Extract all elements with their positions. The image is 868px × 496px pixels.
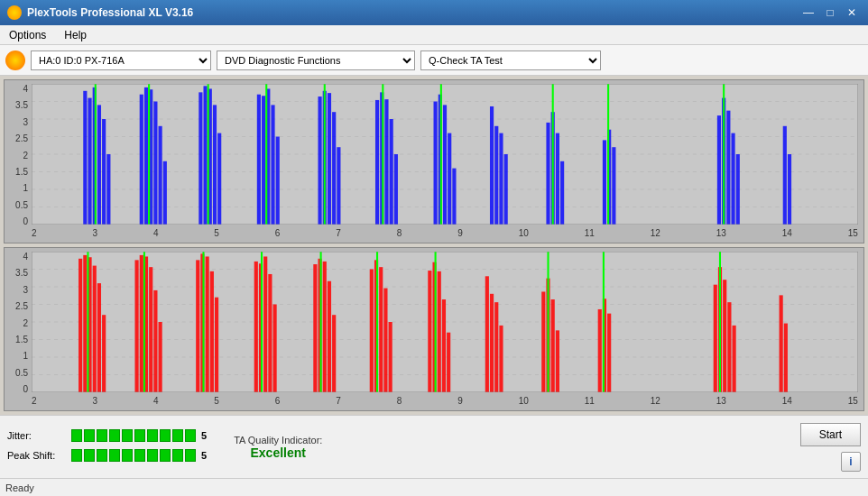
svg-rect-32	[271, 105, 274, 225]
svg-rect-88	[97, 283, 101, 392]
toolbar: HA:0 ID:0 PX-716A DVD Diagnostic Functio…	[0, 45, 868, 76]
start-button[interactable]: Start	[800, 423, 861, 446]
svg-rect-12	[97, 105, 101, 225]
svg-rect-114	[332, 315, 336, 392]
svg-rect-134	[551, 299, 555, 392]
svg-rect-16	[140, 95, 143, 225]
svg-rect-96	[159, 322, 162, 392]
svg-rect-137	[598, 309, 602, 392]
svg-rect-135	[556, 330, 559, 392]
maximize-button[interactable]: □	[821, 5, 839, 20]
svg-rect-39	[337, 147, 340, 225]
svg-rect-98	[196, 260, 199, 392]
svg-rect-73	[788, 154, 791, 225]
jitter-row: Jitter: 5	[7, 429, 207, 442]
menu-bar: Options Help	[0, 25, 868, 45]
svg-rect-62	[603, 140, 606, 225]
svg-rect-26	[213, 105, 217, 225]
svg-rect-85	[83, 255, 87, 392]
svg-rect-17	[144, 87, 148, 225]
svg-rect-102	[215, 298, 218, 392]
svg-rect-72	[783, 126, 787, 225]
svg-rect-53	[490, 106, 494, 225]
svg-rect-59	[556, 133, 559, 225]
svg-rect-126	[447, 333, 450, 392]
peak-shift-bars	[71, 449, 196, 462]
ta-quality-section: TA Quality Indicator: Excellent	[234, 435, 322, 460]
svg-rect-35	[318, 96, 321, 225]
svg-rect-70	[736, 154, 740, 225]
svg-rect-139	[607, 314, 611, 392]
jitter-label: Jitter:	[7, 430, 66, 441]
svg-rect-94	[149, 267, 152, 392]
svg-rect-37	[328, 93, 331, 225]
svg-rect-89	[102, 315, 106, 392]
menu-options[interactable]: Options	[4, 27, 51, 43]
status-bar: Ready	[0, 478, 868, 496]
svg-rect-145	[733, 326, 736, 392]
svg-rect-38	[332, 112, 336, 225]
svg-rect-108	[273, 305, 277, 393]
title-bar: PlexTools Professional XL V3.16 — □ ✕	[0, 0, 868, 25]
svg-rect-130	[494, 302, 498, 392]
svg-rect-29	[257, 95, 261, 225]
bottom-chart: 4 3.5 3 2.5 2 1.5 1 0.5 0	[4, 247, 864, 411]
svg-rect-131	[499, 326, 503, 392]
jitter-bars	[71, 429, 196, 442]
svg-rect-118	[379, 267, 383, 392]
svg-rect-45	[394, 154, 398, 225]
minimize-button[interactable]: —	[799, 5, 817, 20]
ta-quality-value: Excellent	[251, 445, 306, 460]
svg-rect-112	[323, 262, 327, 392]
svg-rect-30	[262, 96, 265, 225]
svg-rect-116	[370, 270, 374, 393]
function-select[interactable]: DVD Diagnostic Functions	[217, 51, 415, 70]
svg-rect-84	[78, 259, 82, 392]
svg-rect-64	[612, 147, 615, 225]
svg-rect-13	[102, 119, 106, 225]
jitter-value: 5	[201, 430, 207, 441]
peak-shift-label: Peak Shift:	[7, 450, 66, 461]
svg-rect-91	[135, 260, 139, 392]
svg-rect-55	[499, 133, 503, 225]
svg-rect-54	[494, 126, 498, 225]
peak-shift-row: Peak Shift: 5	[7, 449, 207, 462]
main-content: 4 3.5 3 2.5 2 1.5 1 0.5 0	[0, 76, 868, 415]
status-text: Ready	[5, 482, 34, 493]
top-chart-area	[32, 84, 858, 225]
svg-rect-104	[254, 262, 258, 392]
svg-rect-144	[727, 302, 731, 392]
svg-rect-9	[83, 91, 87, 225]
svg-rect-20	[159, 126, 162, 225]
svg-rect-125	[442, 299, 446, 392]
svg-rect-68	[726, 111, 730, 225]
info-button[interactable]: i	[841, 452, 861, 472]
info-bar: Jitter: 5 Peak Shift:	[0, 415, 868, 478]
drive-select[interactable]: HA:0 ID:0 PX-716A	[31, 51, 211, 70]
bottom-chart-area	[32, 252, 858, 392]
svg-rect-122	[428, 271, 431, 392]
svg-rect-19	[153, 102, 157, 225]
svg-rect-107	[268, 274, 272, 392]
svg-rect-110	[313, 264, 317, 392]
bottom-chart-x-axis: 2 3 4 5 6 7 8 9 10 11 12 13 14 15	[32, 392, 858, 409]
svg-rect-92	[140, 255, 143, 392]
menu-help[interactable]: Help	[59, 27, 92, 43]
svg-rect-51	[452, 169, 456, 225]
svg-rect-44	[390, 119, 393, 225]
svg-rect-49	[443, 105, 447, 225]
svg-rect-100	[206, 256, 209, 392]
svg-rect-47	[434, 102, 438, 225]
ta-quality-label: TA Quality Indicator:	[234, 435, 322, 445]
test-select[interactable]: Q-Check TA Test	[420, 51, 601, 70]
svg-rect-27	[217, 133, 221, 225]
close-button[interactable]: ✕	[843, 5, 861, 20]
svg-rect-14	[106, 154, 110, 225]
svg-rect-21	[163, 161, 167, 225]
app-icon	[7, 5, 22, 20]
bottom-chart-y-axis: 4 3.5 3 2.5 2 1.5 1 0.5 0	[5, 252, 32, 394]
svg-rect-120	[389, 322, 392, 392]
svg-rect-33	[276, 137, 280, 225]
svg-rect-56	[504, 154, 508, 225]
top-chart-x-axis: 2 3 4 5 6 7 8 9 10 11 12 13 14 15	[32, 225, 858, 241]
